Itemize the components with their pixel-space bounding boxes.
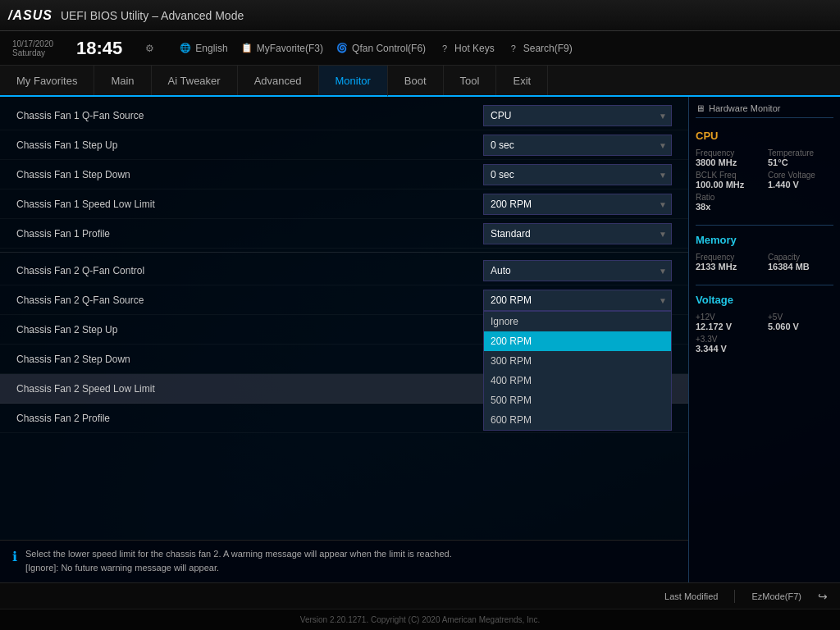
language-label: English (195, 43, 227, 54)
chassis-fan1-profile-dropdown[interactable]: Standard (483, 223, 672, 244)
chassis-fan2-step-up-label: Chassis Fan 2 Step Up (16, 324, 483, 336)
chassis-fan1-step-down-dropdown[interactable]: 0 sec (483, 164, 672, 185)
chassis-fan1-step-up-label: Chassis Fan 1 Step Up (16, 139, 483, 151)
memory-frequency-value: 2133 MHz (696, 262, 761, 272)
popup-option-300rpm[interactable]: 300 RPM (484, 351, 671, 371)
favorite-label: MyFavorite(F3) (257, 43, 323, 54)
cpu-core-voltage-label: Core Voltage (768, 171, 833, 180)
cpu-core-voltage-value: 1.440 V (768, 180, 833, 189)
chassis-fan2-qfan-source-control: 200 RPM ▼ Ignore 200 RPM 300 RPM 400 RPM… (483, 290, 672, 311)
chassis-fan1-speed-low-limit-dropdown[interactable]: 200 RPM (483, 194, 672, 215)
chassis-fan2-step-down-label: Chassis Fan 2 Step Down (16, 354, 483, 365)
info-text-line2: [Ignore]: No future warning message will… (25, 561, 452, 576)
qfan-control-button[interactable]: 🌀 Qfan Control(F6) (336, 42, 426, 55)
date-line2: Saturday (12, 48, 53, 57)
nav-my-favorites-label: My Favorites (16, 75, 77, 87)
language-selector[interactable]: 🌐 English (179, 42, 227, 55)
v33-value: 3.344 V (696, 344, 761, 354)
popup-option-600rpm[interactable]: 600 RPM (484, 410, 671, 430)
hotkeys-label: Hot Keys (454, 43, 495, 54)
nav-boot-label: Boot (404, 75, 427, 87)
nav-ai-tweaker[interactable]: Ai Tweaker (152, 66, 238, 95)
memory-capacity-label: Capacity (768, 253, 833, 262)
search-icon: ? (507, 42, 520, 55)
ez-mode-button[interactable]: EzMode(F7) (751, 591, 801, 601)
qfan-label: Qfan Control(F6) (352, 43, 426, 54)
info-icon: ℹ (12, 549, 17, 564)
chassis-fan1-speed-low-limit-label: Chassis Fan 1 Speed Low Limit (16, 199, 483, 210)
chassis-fan1-qfan-source-control: CPU ▼ (483, 105, 672, 126)
nav-monitor-label: Monitor (336, 75, 371, 87)
timebar: 10/17/2020 Saturday 18:45 ⚙ 🌐 English 📋 … (0, 31, 840, 66)
popup-option-ignore[interactable]: Ignore (484, 312, 671, 331)
chassis-fan1-speed-low-limit-control: 200 RPM ▼ (483, 194, 672, 215)
hotkeys-icon: ? (438, 42, 451, 55)
nav-boot[interactable]: Boot (388, 66, 444, 95)
nav-advanced-label: Advanced (254, 75, 302, 87)
hw-monitor-title: 🖥 Hardware Monitor (696, 103, 833, 118)
hw-monitor-title-label: Hardware Monitor (709, 103, 780, 113)
chassis-fan1-step-down-label: Chassis Fan 1 Step Down (16, 169, 483, 180)
v33-label: +3.3V (696, 335, 761, 344)
chassis-fan2-qfan-control-control: Auto ▼ (483, 260, 672, 281)
nav-ai-tweaker-label: Ai Tweaker (168, 75, 221, 87)
search-button[interactable]: ? Search(F9) (507, 42, 573, 55)
cpu-ratio-label: Ratio (696, 193, 761, 202)
popup-option-400rpm[interactable]: 400 RPM (484, 371, 671, 390)
nav-my-favorites[interactable]: My Favorites (0, 66, 94, 95)
search-label: Search(F9) (523, 43, 573, 54)
chassis-fan1-qfan-source-row: Chassis Fan 1 Q-Fan Source CPU ▼ (0, 101, 688, 130)
nav-monitor[interactable]: Monitor (319, 66, 388, 97)
popup-option-200rpm[interactable]: 200 RPM (484, 331, 671, 351)
navbar: My Favorites Main Ai Tweaker Advanced Mo… (0, 66, 840, 97)
chassis-fan1-step-up-row: Chassis Fan 1 Step Up 0 sec ▼ (0, 130, 688, 160)
memory-voltage-divider (696, 285, 833, 285)
chassis-fan2-qfan-control-dropdown[interactable]: Auto (483, 260, 672, 281)
chassis-fan2-speed-low-limit-label: Chassis Fan 2 Speed Low Limit (16, 383, 483, 395)
nav-advanced[interactable]: Advanced (238, 66, 319, 95)
cpu-ratio-value: 38x (696, 202, 761, 212)
nav-main[interactable]: Main (94, 66, 151, 95)
dropdown-popup: Ignore 200 RPM 300 RPM 400 RPM 500 RPM 6… (483, 311, 672, 431)
chassis-fan1-qfan-source-dropdown[interactable]: CPU (483, 105, 672, 126)
cpu-bclk-label: BCLK Freq (696, 171, 761, 180)
nav-exit[interactable]: Exit (496, 66, 548, 95)
chassis-fan2-profile-label: Chassis Fan 2 Profile (16, 413, 483, 424)
date-line1: 10/17/2020 (12, 39, 53, 48)
cpu-frequency-value: 3800 MHz (696, 158, 761, 167)
chassis-fan2-qfan-source-row: Chassis Fan 2 Q-Fan Source 200 RPM ▼ Ign… (0, 285, 688, 315)
clock: 18:45 (76, 38, 122, 59)
hot-keys-button[interactable]: ? Hot Keys (438, 42, 495, 55)
main-panel: Chassis Fan 1 Q-Fan Source CPU ▼ Chassis… (0, 97, 688, 582)
info-text-line1: Select the lower speed limit for the cha… (25, 547, 452, 562)
nav-exit-label: Exit (513, 75, 531, 87)
chassis-fan1-step-up-dropdown[interactable]: 0 sec (483, 135, 672, 156)
v5-value: 5.060 V (768, 322, 833, 331)
chassis-fan1-step-down-control: 0 sec ▼ (483, 164, 672, 185)
chassis-fan2-qfan-control-row: Chassis Fan 2 Q-Fan Control Auto ▼ (0, 256, 688, 285)
popup-option-500rpm[interactable]: 500 RPM (484, 390, 671, 410)
chassis-fan1-profile-row: Chassis Fan 1 Profile Standard ▼ (0, 219, 688, 249)
last-modified-button[interactable]: Last Modified (664, 591, 718, 601)
header-bar: /ASUS UEFI BIOS Utility – Advanced Mode (0, 0, 840, 31)
bottom-bar: Last Modified EzMode(F7) ↪ (0, 582, 840, 609)
my-favorite-button[interactable]: 📋 MyFavorite(F3) (240, 42, 323, 55)
monitor-icon: 🖥 (696, 103, 705, 113)
gear-icon[interactable]: ⚙ (145, 43, 154, 54)
chassis-fan1-qfan-source-label: Chassis Fan 1 Q-Fan Source (16, 110, 483, 121)
nav-tool[interactable]: Tool (444, 66, 497, 95)
memory-section-title: Memory (696, 234, 833, 246)
favorite-icon: 📋 (240, 42, 253, 55)
topbar-items: 🌐 English 📋 MyFavorite(F3) 🌀 Qfan Contro… (179, 42, 572, 55)
v5-label: +5V (768, 313, 833, 322)
chassis-fan2-qfan-source-dropdown[interactable]: 200 RPM (483, 290, 672, 311)
chassis-fan1-speed-low-limit-row: Chassis Fan 1 Speed Low Limit 200 RPM ▼ (0, 189, 688, 219)
chassis-fan1-step-up-control: 0 sec ▼ (483, 135, 672, 156)
version-text: Version 2.20.1271. Copyright (C) 2020 Am… (300, 615, 540, 624)
chassis-fan2-qfan-control-label: Chassis Fan 2 Q-Fan Control (16, 265, 483, 276)
settings-list: Chassis Fan 1 Q-Fan Source CPU ▼ Chassis… (0, 97, 688, 540)
cpu-bclk-value: 100.00 MHz (696, 180, 761, 189)
globe-icon: 🌐 (179, 42, 192, 55)
version-bar: Version 2.20.1271. Copyright (C) 2020 Am… (0, 609, 840, 630)
ez-mode-icon[interactable]: ↪ (818, 590, 828, 603)
